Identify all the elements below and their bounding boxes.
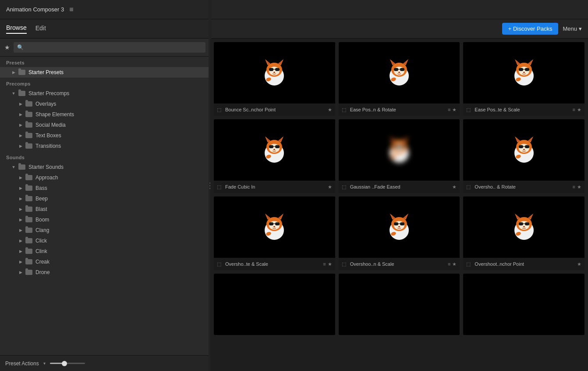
grid-label-actions: ≡★ xyxy=(573,107,581,113)
grid-item-eq-icon[interactable]: ≡ xyxy=(448,261,450,267)
chevron-icon: ▼ xyxy=(11,90,17,96)
grid-label-actions: ★ xyxy=(328,107,332,113)
grid-item-eq-icon[interactable]: ≡ xyxy=(573,184,575,189)
grid-item-star-icon[interactable]: ★ xyxy=(452,107,457,113)
folder-icon xyxy=(25,175,32,180)
grid-item-label: Oversho..te & Scale xyxy=(225,261,321,267)
menu-icon[interactable]: ≡ xyxy=(69,6,73,14)
size-slider[interactable] xyxy=(50,363,85,364)
sidebar-item-clang[interactable]: ▶ Clang xyxy=(0,225,210,235)
grid-item[interactable]: ⬚Overshoot..nchor Point★ xyxy=(463,196,584,270)
folder-icon xyxy=(25,249,32,254)
sidebar-item-starter-precomps[interactable]: ▼ Starter Precomps xyxy=(0,88,210,99)
grid-item-star-icon[interactable]: ★ xyxy=(452,261,457,267)
titlebar: Animation Composer 3 ≡ xyxy=(0,0,588,19)
sidebar-item-text-boxes[interactable]: ▶ Text Boxes xyxy=(0,130,210,141)
folder-icon xyxy=(25,217,32,222)
folder-icon xyxy=(25,259,32,264)
grid: ⬚Bounce Sc..nchor Point★ ⬚Ease Pos..n & … xyxy=(214,42,584,335)
grid-item[interactable] xyxy=(214,274,335,335)
svg-rect-31 xyxy=(519,68,523,71)
grid-item-eq-icon[interactable]: ≡ xyxy=(448,107,450,112)
grid-item[interactable] xyxy=(463,274,584,335)
folder-icon xyxy=(25,238,32,243)
svg-point-58 xyxy=(398,149,400,150)
folder-icon xyxy=(25,228,32,233)
grid-item-star-icon[interactable]: ★ xyxy=(577,261,581,267)
app-title: Animation Composer 3 xyxy=(6,6,64,13)
grid-item-star-icon[interactable]: ★ xyxy=(328,261,332,267)
sidebar-item-starter-presets[interactable]: ▶ Starter Presets xyxy=(0,67,210,78)
search-bar: ★ xyxy=(0,39,210,57)
sidebar-item-starter-sounds[interactable]: ▼ Starter Sounds xyxy=(0,162,210,172)
svg-point-82 xyxy=(273,226,275,228)
grid-item[interactable]: ⬚Bounce Sc..nchor Point★ xyxy=(214,42,335,116)
tab-browse[interactable]: Browse xyxy=(6,24,27,34)
tab-edit[interactable]: Edit xyxy=(35,25,46,33)
grid-item[interactable] xyxy=(339,274,460,335)
folder-icon xyxy=(25,112,32,117)
sidebar-item-creak[interactable]: ▶ Creak xyxy=(0,257,210,267)
sidebar-item-clink[interactable]: ▶ Clink xyxy=(0,246,210,257)
chevron-icon: ▶ xyxy=(18,122,24,128)
svg-point-46 xyxy=(273,149,275,150)
grid-item[interactable]: ⬚Ease Pos..te & Scale≡★ xyxy=(463,42,584,116)
svg-rect-55 xyxy=(394,145,398,148)
grid-item[interactable]: ⬚Overshoo..n & Scale≡★ xyxy=(339,196,460,270)
star-filter-button[interactable]: ★ xyxy=(4,44,10,51)
grid-thumbnail xyxy=(339,42,460,103)
grid-item-icon: ⬚ xyxy=(217,261,223,267)
discover-packs-button[interactable]: + Discover Packs xyxy=(502,23,559,35)
svg-rect-103 xyxy=(519,222,523,225)
sidebar-item-label: Transitions xyxy=(35,143,61,149)
sidebar-item-click[interactable]: ▶ Click xyxy=(0,235,210,246)
svg-rect-20 xyxy=(400,68,404,71)
grid-item[interactable]: ⬚Ease Pos..n & Rotate≡★ xyxy=(339,42,460,116)
svg-rect-80 xyxy=(275,222,280,225)
grid-item-label: Oversho.. & Rotate xyxy=(475,184,570,189)
sidebar-item-boom[interactable]: ▶ Boom xyxy=(0,214,210,225)
svg-rect-104 xyxy=(525,222,529,225)
grid-item-eq-icon[interactable]: ≡ xyxy=(573,107,575,112)
sidebar-item-beep[interactable]: ▶ Beep xyxy=(0,193,210,204)
svg-rect-19 xyxy=(394,68,398,71)
grid-item-star-icon[interactable]: ★ xyxy=(577,107,581,113)
sidebar-item-blast[interactable]: ▶ Blast xyxy=(0,204,210,214)
grid-item-star-icon[interactable]: ★ xyxy=(328,184,332,190)
search-input[interactable] xyxy=(14,42,205,53)
grid-item[interactable]: ⬚Oversho.. & Rotate≡★ xyxy=(463,119,584,193)
chevron-icon: ▶ xyxy=(18,206,24,212)
grid-item-eq-icon[interactable]: ≡ xyxy=(323,261,326,267)
menu-button[interactable]: Menu ▾ xyxy=(563,25,582,32)
grid-label-actions: ★ xyxy=(577,261,581,267)
grid-item-star-icon[interactable]: ★ xyxy=(577,184,581,190)
sidebar-item-label: Starter Presets xyxy=(28,69,64,75)
sidebar-item-transitions[interactable]: ▶ Transitions xyxy=(0,141,210,151)
grid-item[interactable]: ⬚Oversho..te & Scale≡★ xyxy=(214,196,335,270)
sidebar-item-label: Bass xyxy=(35,185,47,191)
grid-item-icon: ⬚ xyxy=(342,184,348,190)
grid-item-star-icon[interactable]: ★ xyxy=(452,184,457,190)
sidebar-item-bass[interactable]: ▶ Bass xyxy=(0,183,210,193)
folder-icon xyxy=(18,91,25,96)
sidebar-item-label: Starter Precomps xyxy=(28,90,69,96)
grid-item-label: Overshoo..n & Scale xyxy=(350,261,446,267)
sidebar-item-shape-elements[interactable]: ▶ Shape Elements xyxy=(0,109,210,120)
folder-icon xyxy=(18,70,25,75)
folder-icon xyxy=(25,133,32,138)
chevron-icon: ▶ xyxy=(18,185,24,191)
grid-item[interactable]: ⬚Gaussian ..Fade Eased★ xyxy=(339,119,460,193)
content-area: ⬚Bounce Sc..nchor Point★ ⬚Ease Pos..n & … xyxy=(210,39,588,371)
sidebar-item-drone[interactable]: ▶ Drone xyxy=(0,267,210,278)
grid-item[interactable]: ⬚Fade Cubic In★ xyxy=(214,119,335,193)
svg-point-10 xyxy=(273,72,275,73)
sidebar-item-social-media[interactable]: ▶ Social Media xyxy=(0,120,210,130)
preset-actions-dropdown-arrow[interactable]: ▾ xyxy=(43,361,46,366)
sidebar-item-approach[interactable]: ▶ Approach xyxy=(0,172,210,183)
sidebar-item-overlays[interactable]: ▶ Overlays xyxy=(0,99,210,109)
svg-rect-68 xyxy=(525,145,529,148)
grid-item-star-icon[interactable]: ★ xyxy=(328,107,332,113)
grid-thumbnail xyxy=(463,42,584,103)
folder-icon xyxy=(25,196,32,201)
svg-rect-32 xyxy=(525,68,529,71)
